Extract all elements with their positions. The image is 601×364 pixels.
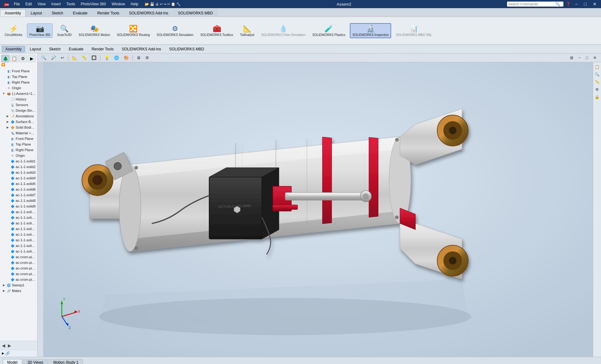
expander-mates[interactable]: ▶ (2, 289, 6, 293)
tool2-addins[interactable]: SOLIDWORKS Add-Ins (118, 46, 164, 52)
maximize-button[interactable]: □ (582, 2, 588, 7)
menu-window[interactable]: Window (109, 1, 127, 7)
tree-item-ac-crom2[interactable]: 🔷ac-crom-pin-... (1, 260, 37, 265)
feature-tab-property[interactable]: 📋 (10, 55, 18, 62)
right-btn-1[interactable]: 📋 (594, 64, 601, 70)
tree-item-ac-solid16[interactable]: 🔷ac-1-1-solid1... (1, 243, 37, 249)
viewport[interactable]: 🔍 🔎 ↩ 📐 📏 🔲 💡 🌐 🎨 🖥 ⚙ ⊞ − □ ✕ (38, 54, 601, 357)
ribbon-photoview360[interactable]: 📷 PhotoView 360 (27, 23, 52, 38)
3d-model[interactable]: ACTUALO: CG-M855 (38, 62, 601, 357)
tree-item-ac-solid6[interactable]: 🔷ac-1-1-solid6 (1, 187, 37, 192)
tree-item-front-plane2[interactable]: ◧Front Plane (1, 136, 37, 141)
tree-item-origin[interactable]: ✛Origin (1, 85, 37, 91)
tree-item-ac-solid5[interactable]: 🔷ac-1-1-solid5 (1, 181, 37, 187)
view-rotate[interactable]: ↩ (59, 54, 66, 61)
tree-item-ac-solid7[interactable]: 🔷ac-1-1-solid7 (1, 192, 37, 198)
tree-item-ac-crom3[interactable]: 🔷ac-crom-pin-... (1, 265, 37, 271)
tree-item-design-binder[interactable]: 📎Design Binde... (1, 108, 37, 113)
tree-item-ac-solid12[interactable]: 🔷ac-1-1-solid1... (1, 220, 37, 226)
menu-insert[interactable]: Insert (49, 1, 63, 7)
feature-tab-config[interactable]: ⚙ (19, 55, 27, 62)
minimize-button[interactable]: − (573, 2, 579, 7)
view-section[interactable]: 📐 (70, 54, 79, 61)
tree-item-solid-bodies[interactable]: ▶🔶Solid Bodies(... (1, 125, 37, 130)
ribbon-mbd-snl[interactable]: 📊 SOLIDWORKS MBD SNL (394, 23, 434, 38)
ribbon-tolanalyst[interactable]: 📐 TolAnalyst (238, 23, 256, 38)
viewport-close[interactable]: ✕ (591, 54, 598, 61)
tree-item-ac-solid13[interactable]: 🔷ac-1-1-solid1... (1, 226, 37, 232)
menu-photoview[interactable]: PhotoView 360 (78, 1, 109, 7)
mates-expander[interactable]: ▶ (2, 352, 4, 355)
tree-item-top-plane2[interactable]: ◧Top Plane (1, 141, 37, 147)
ribbon-plastics[interactable]: 🧪 SOLIDWORKS Plastics (310, 23, 347, 38)
tree-item-sensors[interactable]: 📡Sensors (1, 102, 37, 108)
menu-help[interactable]: Help (128, 1, 141, 7)
tree-item-ac-solid2[interactable]: 🔷ac-1-1-solid2 (1, 164, 37, 170)
tree-item-ac-crom1[interactable]: 🔷ac-crom-pin-... (1, 254, 37, 260)
ribbon-scanto3d[interactable]: 🔍 ScanTo3D (55, 23, 74, 38)
tree-item-origin2[interactable]: ✛Origin (1, 153, 37, 158)
expander-solid-bodies[interactable]: ▶ (6, 126, 9, 129)
tree-item-ac-solid14[interactable]: 🔷ac-1-1-solid1... (1, 232, 37, 237)
tree-item-assem1[interactable]: ▼📦(-) Assem1<1> (D (1, 91, 37, 96)
tab-sketch[interactable]: Sketch (47, 9, 68, 17)
tab-3dviews[interactable]: 3D Views (23, 359, 48, 364)
tool2-layout[interactable]: Layout (26, 46, 44, 52)
tree-item-history[interactable]: 🕐History (1, 96, 37, 102)
tree-item-annotations[interactable]: ▶📝Annotations (1, 113, 37, 119)
tree-item-front-plane[interactable]: ◧Front Plane (1, 68, 37, 74)
tab-evaluate[interactable]: Evaluate (68, 9, 92, 17)
tree-item-ac-solid8[interactable]: 🔷ac-1-1-solid8 (1, 198, 37, 203)
tab-model[interactable]: Model (3, 359, 22, 364)
tool2-evaluate[interactable]: Evaluate (65, 46, 87, 52)
tool2-rendertools[interactable]: Render Tools (88, 46, 117, 52)
ribbon-flow[interactable]: 💧 SOLIDWORKS Flow Simulation (259, 23, 308, 38)
tree-item-ac-crom4[interactable]: 🔷ac-crom-pin-... (1, 271, 37, 277)
tree-item-ac-solid17[interactable]: 🔷ac-1-1-solid1... (1, 249, 37, 254)
tree-item-ac-solid11[interactable]: 🔷ac-1-1-solid1... (1, 215, 37, 220)
view-scene[interactable]: 🌐 (112, 54, 121, 61)
view-zoom-fit[interactable]: 🔍 (39, 54, 48, 61)
view-display[interactable]: 📏 (80, 54, 89, 61)
feature-tab-expand[interactable]: ▶ (28, 55, 36, 62)
search-input[interactable] (508, 2, 555, 6)
right-btn-3[interactable]: 📏 (594, 79, 601, 85)
tab-assembly[interactable]: Assembly (0, 9, 26, 17)
tree-item-right-plane[interactable]: ◧Right Plane (1, 79, 37, 85)
ribbon-simulation[interactable]: ⚙ SOLIDWORKS Simulation (154, 23, 195, 38)
menu-view[interactable]: View (35, 1, 48, 7)
tab-layout[interactable]: Layout (26, 9, 47, 17)
tree-item-ac-solid10[interactable]: 🔷ac-1-1-solid1... (1, 209, 37, 215)
tree-item-ac-solid3[interactable]: 🔷ac-1-1-solid3 (1, 170, 37, 175)
expander-sweep1[interactable]: ▶ (2, 283, 6, 287)
close-button[interactable]: ✕ (591, 2, 598, 7)
feature-tab-tree[interactable]: 🌲 (1, 55, 9, 62)
tree-item-ac-solid1[interactable]: 🔷ac-1-1-solid1 (1, 158, 37, 164)
mates-item[interactable]: ▶ 🔗 (0, 350, 37, 357)
nav-next[interactable]: ▶ (7, 342, 12, 349)
ribbon-motion[interactable]: 🎭 SOLIDWORKS Motion (76, 23, 112, 38)
menu-edit[interactable]: Edit (23, 1, 34, 7)
right-btn-2[interactable]: 🔍 (594, 71, 601, 78)
view-zoom-area[interactable]: 🔎 (49, 54, 58, 61)
tree-item-ac-solid9[interactable]: 🔷ac-1-1-solid9 (1, 203, 37, 209)
tree-item-top-plane[interactable]: ◧Top Plane (1, 74, 37, 79)
tree-item-surface-bodies[interactable]: ▶🔷Surface Bodie... (1, 119, 37, 125)
view-camera[interactable]: 🖥 (135, 54, 142, 61)
expander-annotations[interactable]: ▶ (6, 114, 9, 118)
ribbon-inspection[interactable]: 🔬 SOLIDWORKS Inspection (350, 23, 391, 38)
tree-item-sweep1[interactable]: ▶🌀Sweep1 (1, 282, 37, 288)
ribbon-routing[interactable]: 🔀 SOLIDWORKS Routing (115, 23, 152, 38)
expander-surface-bodies[interactable]: ▶ (6, 120, 9, 124)
tree-item-material[interactable]: 🔩Material <not... (1, 130, 37, 136)
menu-tools[interactable]: Tools (64, 1, 78, 7)
tool2-assembly[interactable]: Assembly (2, 46, 25, 52)
ribbon-circuitworks[interactable]: ⚡ CircuitWorks (3, 23, 24, 38)
view-wireframe[interactable]: 🔲 (90, 54, 98, 61)
tool2-mbd[interactable]: SOLIDWORKS MBD (166, 46, 207, 52)
search-icon[interactable]: 🔍 (555, 2, 560, 6)
viewport-min[interactable]: − (577, 54, 583, 61)
tab-mbd[interactable]: SOLIDWORKS MBD (173, 9, 217, 17)
right-btn-5[interactable]: 🔒 (594, 94, 601, 100)
tool2-sketch[interactable]: Sketch (46, 46, 64, 52)
